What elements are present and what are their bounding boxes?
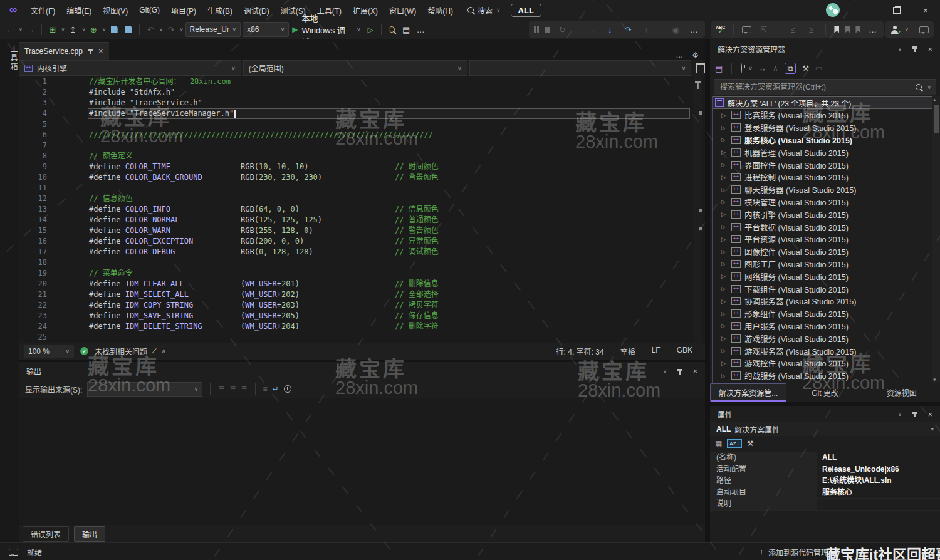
chevron-right-icon[interactable]: ▷ — [721, 236, 728, 242]
close-panel-icon[interactable]: × — [927, 410, 932, 418]
find-in-files-icon[interactable] — [385, 23, 398, 36]
chevron-right-icon[interactable]: ▷ — [721, 137, 728, 143]
project-item[interactable]: ▷++图像控件 (Visual Studio 2015) — [713, 246, 939, 258]
clear-all-icon[interactable]: ≡ — [263, 385, 268, 393]
bookmark-overflow-icon[interactable]: … — [866, 23, 879, 36]
code-line[interactable]: 22#define IDM_COPY_STRING(WM_USER+203)//… — [19, 300, 705, 311]
step-into-icon[interactable]: ↓ — [603, 23, 616, 36]
project-item[interactable]: ▷++约战服务 (Visual Studio 2015) — [713, 370, 939, 382]
property-row[interactable]: 启动项目服务核心 — [710, 487, 940, 499]
project-item[interactable]: ▷++平台资源 (Visual Studio 2015) — [713, 233, 939, 246]
increase-indent-icon[interactable]: ≥ — [805, 23, 817, 36]
project-item[interactable]: ▷++登录服务器 (Visual Studio 2015) — [713, 122, 939, 134]
chevron-up-icon[interactable]: ∧ — [161, 347, 166, 355]
scroll-down-icon[interactable]: ▾ — [933, 376, 936, 383]
categorized-icon[interactable]: ▦ — [715, 439, 722, 448]
close-button[interactable]: × — [911, 0, 940, 20]
properties-object-selector[interactable]: ALL 解决方案属性 ▾ — [710, 422, 940, 436]
tree-scrollbar[interactable]: ▴ ▾ — [932, 96, 940, 383]
property-row[interactable]: 路径E:\系统模块\ALL.sln — [710, 475, 940, 487]
show-next-statement-icon[interactable]: → — [585, 23, 598, 36]
chevron-right-icon[interactable]: ▷ — [721, 125, 728, 131]
pin-icon[interactable] — [88, 48, 93, 54]
code-line[interactable]: 10#define COLOR_BACK_GROUNDRGB(230, 230,… — [19, 172, 705, 183]
chevron-right-icon[interactable]: ▷ — [721, 348, 728, 354]
chevron-right-icon[interactable]: ▷ — [721, 211, 728, 217]
solution-home-icon[interactable]: ▤ — [715, 64, 723, 73]
menu-item[interactable]: 窗口(W) — [384, 0, 422, 20]
code-line[interactable]: 13#define COLOR_INFORGB(64, 0, 0)// 信息颜色 — [19, 204, 705, 215]
bottom-panel-tab[interactable]: 输出 — [74, 526, 105, 542]
project-item[interactable]: ▷++游戏服务 (Visual Studio 2015) — [713, 332, 939, 345]
window-position-icon[interactable]: ∨ — [898, 411, 902, 417]
code-line[interactable]: 24#define IDM_DELETE_STRING(WM_USER+204)… — [19, 321, 705, 332]
chevron-right-icon[interactable]: ▷ — [721, 224, 728, 230]
switch-views-icon[interactable]: ↔ — [759, 64, 766, 73]
project-item[interactable]: ▷++形象组件 (Visual Studio 2015) — [713, 308, 939, 320]
chevron-right-icon[interactable]: ▷ — [721, 311, 728, 317]
code-line[interactable]: 20#define IDM_CLEAR_ALL(WM_USER+201)// 删… — [19, 279, 705, 289]
solution-root-node[interactable]: 解决方案 'ALL' (23 个项目，共 23 个) — [713, 96, 939, 109]
menu-item[interactable]: 编辑(E) — [61, 0, 97, 20]
undo-icon[interactable]: ↶ — [144, 23, 157, 36]
project-item[interactable]: ▷++比赛服务 (Visual Studio 2015) — [713, 109, 939, 122]
chevron-right-icon[interactable]: ▷ — [721, 360, 728, 366]
zoom-dropdown[interactable]: 100 % ∨ — [24, 345, 74, 358]
project-item[interactable]: ▷++协调服务器 (Visual Studio 2015) — [713, 295, 939, 308]
scope-dropdown[interactable]: (全局范围) ∨ — [243, 60, 467, 76]
code-line[interactable]: 5 — [19, 119, 705, 130]
code-line[interactable]: 23#define IDM_SAVE_STRING(WM_USER+205)//… — [19, 311, 705, 321]
code-line[interactable]: 8// 颜色定义 — [19, 151, 705, 162]
split-window-icon[interactable] — [696, 63, 705, 73]
code-line[interactable]: 7 — [19, 140, 705, 151]
collapse-all-icon[interactable]: ∧ — [773, 64, 778, 73]
project-item[interactable]: ▷++聊天服务器 (Visual Studio 2015) — [713, 184, 939, 196]
word-wrap-icon[interactable]: ↵ — [273, 385, 279, 393]
redo-icon[interactable]: ↷ — [165, 23, 177, 36]
project-item[interactable]: ▷++进程控制 (Visual Studio 2015) — [713, 171, 939, 184]
chevron-right-icon[interactable]: ▷ — [721, 174, 728, 180]
previous-bookmark-icon[interactable] — [845, 26, 850, 33]
project-dropdown[interactable]: ++ 内核引擎 ∨ — [19, 60, 241, 76]
eol-mode[interactable]: LF — [652, 346, 661, 356]
code-line[interactable]: 25 — [19, 332, 705, 343]
timestamp-icon[interactable] — [284, 385, 291, 393]
open-file-icon[interactable]: ↥ — [66, 23, 79, 36]
toolbox-tab[interactable]: 工具箱 — [0, 45, 19, 71]
project-item[interactable]: ▷++服务核心 (Visual Studio 2015) — [713, 134, 939, 147]
sync-with-active-document-icon[interactable]: ⧉ — [785, 63, 796, 74]
document-tab[interactable]: TraceService.cpp × — [19, 42, 109, 60]
pause-icon[interactable] — [534, 26, 539, 33]
solution-badge[interactable]: ALL — [511, 4, 541, 17]
code-cleanup-icon[interactable]: ∕ — [153, 346, 155, 356]
encoding[interactable]: GBK — [677, 346, 692, 356]
project-item[interactable]: ▷++界面控件 (Visual Studio 2015) — [713, 158, 939, 171]
add-item-icon[interactable]: ⊕ — [87, 23, 100, 36]
chevron-right-icon[interactable]: ▷ — [721, 298, 728, 304]
caret-position[interactable]: 行: 4, 字符: 34 — [556, 346, 604, 356]
new-project-icon[interactable]: ⊞ — [46, 23, 59, 36]
window-position-icon[interactable]: ∨ — [663, 368, 667, 375]
search-control[interactable]: 搜索 ∨ — [467, 5, 501, 16]
chevron-right-icon[interactable]: ▷ — [721, 273, 728, 279]
close-tab-icon[interactable]: × — [98, 47, 103, 55]
scroll-up-icon[interactable]: ▴ — [933, 96, 936, 103]
chevron-right-icon[interactable]: ▷ — [721, 149, 728, 155]
code-line[interactable]: 16#define COLOR_EXCEPTIONRGB(200, 0, 0)/… — [19, 236, 705, 247]
stop-icon[interactable] — [545, 27, 550, 33]
go-to-message-icon[interactable]: ≣ — [218, 385, 224, 393]
code-line[interactable]: 21#define IDM_SELECT_ALL(WM_USER+202)// … — [19, 289, 705, 300]
code-line[interactable]: 6///////////////////////////////////////… — [19, 130, 705, 140]
feedback-icon[interactable] — [919, 26, 929, 33]
chevron-right-icon[interactable]: ▷ — [721, 162, 728, 168]
project-item[interactable]: ▷++机器管理 (Visual Studio 2015) — [713, 146, 939, 158]
code-line[interactable]: 2#include "StdAfx.h" — [19, 87, 705, 98]
restore-button[interactable] — [882, 0, 911, 20]
chevron-right-icon[interactable]: ▷ — [721, 335, 728, 341]
toolbar-overflow-icon[interactable]: … — [414, 23, 427, 36]
toggle-bookmark-icon[interactable] — [834, 26, 839, 33]
alphabetical-sort-icon[interactable]: AZ↓ — [727, 439, 742, 448]
next-message-icon[interactable]: ≣ — [241, 385, 247, 393]
pin-icon[interactable] — [677, 368, 682, 375]
project-item[interactable]: ▷++游戏服务器 (Visual Studio 2015) — [713, 345, 939, 357]
